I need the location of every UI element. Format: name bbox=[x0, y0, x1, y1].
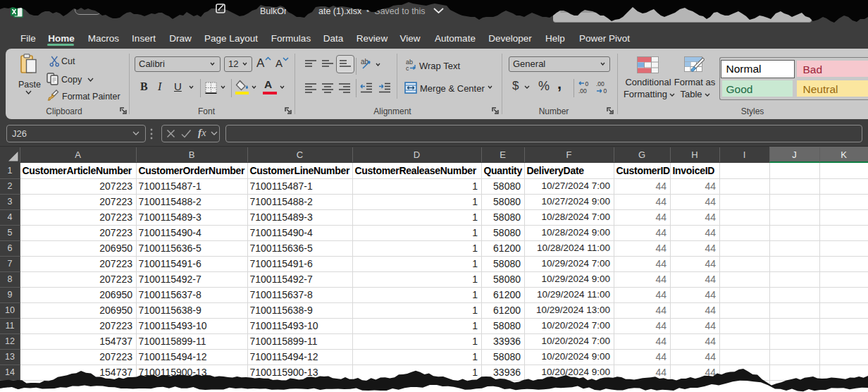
svg-text:0: 0 bbox=[604, 87, 607, 94]
svg-text:.00: .00 bbox=[578, 87, 587, 94]
svg-text:.00: .00 bbox=[596, 80, 604, 87]
svg-text:c: c bbox=[406, 65, 409, 71]
svg-text:0: 0 bbox=[585, 80, 589, 87]
